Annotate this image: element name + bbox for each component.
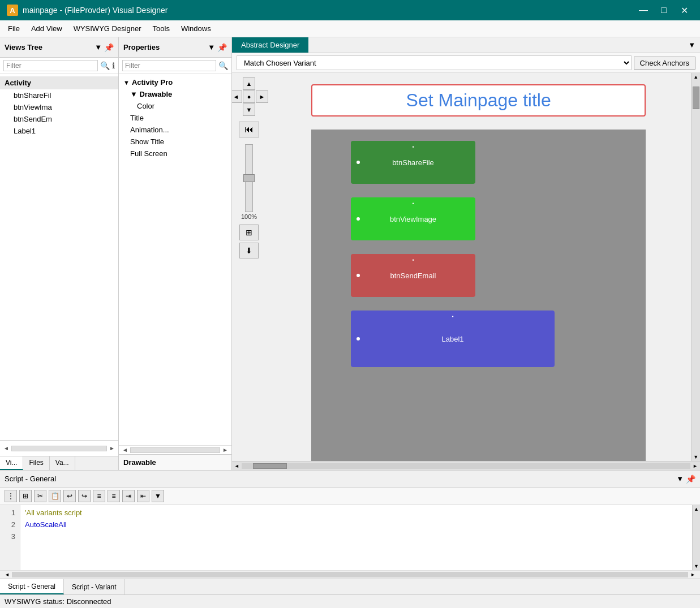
nav-back-button[interactable]: ⏮ <box>239 122 259 137</box>
canvas-with-scroll: Set Mainpage title • btnShareFile • <box>266 73 700 461</box>
menu-file[interactable]: File <box>2 22 25 35</box>
prop-footer-label: Drawable <box>123 458 156 467</box>
canvas-scroll-down[interactable]: ▼ <box>692 453 700 461</box>
views-tree-section[interactable]: Activity <box>0 76 118 89</box>
zoom-track[interactable] <box>245 144 253 212</box>
script-dropdown-arrow[interactable]: ▼ <box>676 475 684 483</box>
prop-scroll-right[interactable]: ► <box>221 447 229 453</box>
canvas-scroll-left[interactable]: ◄ <box>232 463 242 469</box>
views-tree-search-icon[interactable]: 🔍 <box>100 61 110 70</box>
script-scroll-right[interactable]: ► <box>688 572 698 577</box>
properties-filter-input[interactable] <box>122 60 216 71</box>
prop-drawable-label: Drawable <box>139 90 172 98</box>
tree-item-btnShareFil[interactable]: btnShareFil <box>0 89 118 101</box>
nav-down-button[interactable]: ▼ <box>243 104 255 116</box>
nav-up-button[interactable]: ▲ <box>243 77 255 90</box>
script-tool-align-center-icon[interactable]: ≡ <box>108 490 120 502</box>
script-tool-undo-icon[interactable]: ↩ <box>63 490 76 502</box>
canvas-h-scrollbar: ◄ ► <box>232 461 700 470</box>
canvas-scroll-up[interactable]: ▲ <box>692 73 700 81</box>
close-button[interactable]: ✕ <box>675 2 693 18</box>
script-scroll-down[interactable]: ▼ <box>693 562 700 570</box>
canvas-h-scroll-track[interactable] <box>242 463 690 469</box>
properties-dropdown-arrow[interactable]: ▼ <box>208 43 215 51</box>
script-tool-paste-icon[interactable]: 📋 <box>49 490 61 502</box>
script-title: Script - General <box>5 475 674 483</box>
canvas-h-scroll-thumb[interactable] <box>253 463 287 469</box>
script-tool-outdent-icon[interactable]: ⇤ <box>137 490 149 502</box>
properties-pin[interactable]: 📌 <box>217 43 227 52</box>
tab-va[interactable]: Va... <box>50 456 75 470</box>
prop-h-scrollbar-thumb[interactable] <box>130 447 220 453</box>
status-text: WYSIWYG status: Disconnected <box>5 597 111 606</box>
script-pin[interactable]: 📌 <box>686 475 695 484</box>
tab-script-variant[interactable]: Script - Variant <box>64 579 124 594</box>
download-button[interactable]: ⬇ <box>239 243 259 258</box>
script-v-scroll-track[interactable] <box>693 513 700 562</box>
script-h-track[interactable] <box>12 572 688 577</box>
prop-sub-color[interactable]: Color <box>119 100 231 112</box>
nav-left-button[interactable]: ◄ <box>232 90 242 103</box>
script-code-area[interactable]: 'All variants script AutoScaleAll <box>20 505 692 570</box>
canvas-btn-share-file-label: btnShareFile <box>392 158 434 167</box>
canvas-v-scroll-track[interactable] <box>692 81 700 453</box>
check-anchors-button[interactable]: Check Anchors <box>634 57 695 70</box>
views-tree-dropdown-arrow[interactable]: ▼ <box>95 43 102 51</box>
script-tool-more-icon[interactable]: ▼ <box>152 490 164 502</box>
prop-item-full-screen[interactable]: Full Screen <box>119 148 231 159</box>
canvas-title-box[interactable]: Set Mainpage title <box>311 84 646 117</box>
prop-item-animation[interactable]: Animation... <box>119 124 231 136</box>
canvas-btn-view-image-label: btnViewImage <box>390 215 436 223</box>
views-tree-panel: Views Tree ▼ 📌 🔍 ℹ Activity btnShareFil … <box>0 37 119 470</box>
scroll-left-arrow[interactable]: ◄ <box>2 445 10 451</box>
script-scroll-left[interactable]: ◄ <box>2 572 12 577</box>
script-tool-indent-icon[interactable]: ⇥ <box>122 490 135 502</box>
properties-search-icon[interactable]: 🔍 <box>218 61 228 70</box>
nav-center-button[interactable]: ● <box>243 90 255 103</box>
canvas-btn-send-email-label: btnSendEmail <box>390 271 436 280</box>
canvas-btn-share-file[interactable]: • btnShareFile <box>351 141 475 184</box>
minimize-button[interactable]: — <box>634 2 652 18</box>
properties-panel: Properties ▼ 📌 🔍 ▼ Activity Pro ▼ Drawab… <box>119 37 232 470</box>
tab-files[interactable]: Files <box>23 456 49 470</box>
script-tool-align-left-icon[interactable]: ≡ <box>93 490 105 502</box>
views-tree-title: Views Tree <box>5 43 92 51</box>
prop-item-show-title[interactable]: Show Title <box>119 136 231 148</box>
prop-item-drawable[interactable]: ▼ Drawable <box>119 88 231 100</box>
designer-tab-abstract[interactable]: Abstract Designer <box>232 37 308 53</box>
script-tool-separator1: ⋮ <box>5 490 17 502</box>
menu-wysiwyg[interactable]: WYSIWYG Designer <box>68 22 147 35</box>
views-tree-pin[interactable]: 📌 <box>104 43 114 52</box>
script-header: Script - General ▼ 📌 <box>0 471 700 488</box>
zoom-thumb[interactable] <box>243 174 255 182</box>
canvas-label1[interactable]: • Label1 <box>351 311 555 367</box>
nav-empty-tl <box>232 77 242 90</box>
tree-item-btnSendEm[interactable]: btnSendEm <box>0 113 118 125</box>
tree-item-Label1[interactable]: Label1 <box>0 125 118 137</box>
h-scrollbar-thumb[interactable] <box>11 446 107 451</box>
scroll-right-arrow[interactable]: ► <box>108 445 116 451</box>
canvas-v-scroll-thumb[interactable] <box>693 87 699 109</box>
menu-windows[interactable]: Windows <box>175 22 217 35</box>
canvas-btn-send-email[interactable]: • btnSendEmail <box>351 254 475 297</box>
prop-scroll-left[interactable]: ◄ <box>121 447 129 453</box>
canvas-btn-view-image[interactable]: • btnViewImage <box>351 197 475 240</box>
fit-to-screen-button[interactable]: ⊞ <box>239 225 259 240</box>
prop-section-activity-pro[interactable]: ▼ Activity Pro <box>119 76 231 88</box>
tab-script-general[interactable]: Script - General <box>0 579 64 594</box>
tab-vi[interactable]: Vi... <box>0 456 23 470</box>
maximize-button[interactable]: □ <box>655 2 673 18</box>
script-tool-redo-icon[interactable]: ↪ <box>78 490 91 502</box>
views-tree-filter-input[interactable] <box>3 60 98 71</box>
script-tool-copy-icon[interactable]: ⊞ <box>19 490 32 502</box>
designer-tab-dropdown[interactable]: ▼ <box>684 38 700 51</box>
menu-tools[interactable]: Tools <box>147 22 175 35</box>
canvas-scroll-right[interactable]: ► <box>690 463 700 469</box>
prop-item-title[interactable]: Title <box>119 112 231 124</box>
script-tool-cut-icon[interactable]: ✂ <box>34 490 46 502</box>
views-tree-info-icon[interactable]: ℹ <box>112 61 115 70</box>
variant-dropdown[interactable]: Match Chosen Variant <box>237 55 632 70</box>
menu-add-view[interactable]: Add View <box>25 22 68 35</box>
script-scroll-up[interactable]: ▲ <box>693 505 700 513</box>
tree-item-btnViewIma[interactable]: btnViewIma <box>0 101 118 113</box>
